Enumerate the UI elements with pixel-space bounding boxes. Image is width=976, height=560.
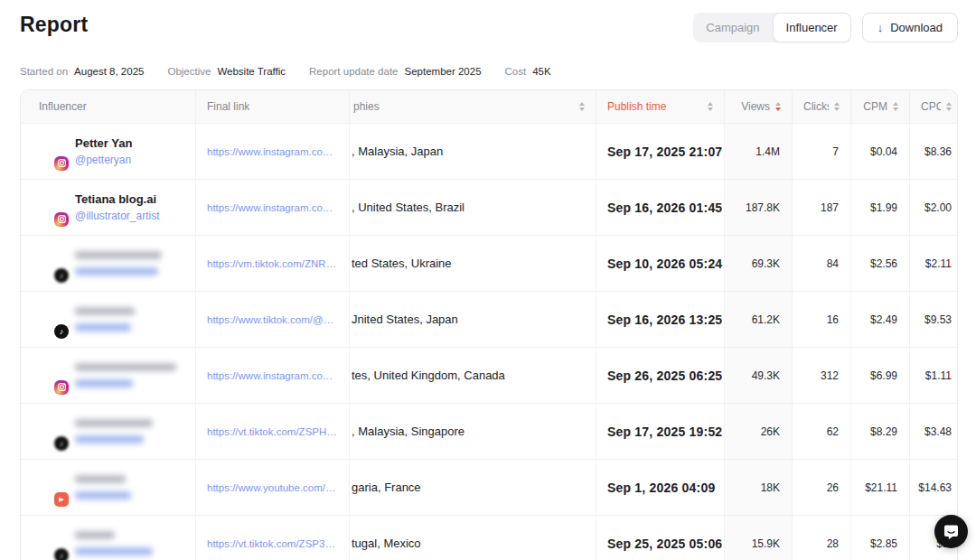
instagram-badge-icon <box>54 212 69 227</box>
influencer-cell: ♪ <box>21 516 195 560</box>
avatar: ♪ <box>32 415 66 449</box>
sort-icon[interactable] <box>893 102 898 111</box>
download-label: Download <box>890 21 943 34</box>
redacted-influencer-name <box>75 363 176 371</box>
final-link[interactable]: https://vm.tiktok.com/ZNRh8... <box>207 258 338 269</box>
final-link-cell: https://www.instagram.com/r... <box>195 180 349 235</box>
tab-influencer[interactable]: Influencer <box>773 13 851 42</box>
geographies-cell: tes, United Kingdom, Canada <box>349 348 596 403</box>
views-cell: 49.3K <box>724 348 792 403</box>
meta-label: Cost <box>505 66 527 77</box>
cpm-cell: $8.29 <box>850 404 909 459</box>
avatar: ♪ <box>32 303 66 337</box>
col-header-cpc[interactable]: CPC <box>909 90 958 123</box>
redacted-influencer-handle <box>75 547 153 555</box>
publish-time-cell: Sep 10, 2026 05:24 <box>596 236 724 291</box>
meta-started-on: Started on Augest 8, 2025 <box>20 66 144 77</box>
table-row: ♪ https://vt.tiktok.com/ZSP3cS1... tugal… <box>21 515 957 560</box>
redacted-influencer-handle <box>75 491 131 499</box>
geographies-cell: , Malaysia, Singapore <box>349 404 596 459</box>
table-row: https://www.instagram.com/p... tes, Unit… <box>21 347 957 403</box>
sort-icon[interactable] <box>708 102 713 111</box>
col-header-final-link[interactable]: Final link <box>195 90 349 123</box>
view-toggle: Campaign Influencer <box>693 13 850 42</box>
cpm-cell: $0.04 <box>850 124 909 179</box>
redacted-influencer-name <box>75 307 135 315</box>
redacted-influencer-name <box>75 531 115 539</box>
avatar <box>32 359 66 393</box>
download-button[interactable]: ↓ Download <box>862 13 958 42</box>
cpm-cell: $2.56 <box>850 236 909 291</box>
geographies-cell: , Malaysia, Japan <box>349 124 596 179</box>
meta-label: Report update date <box>309 66 398 77</box>
meta-value: 45K <box>532 66 550 77</box>
cpc-cell: $9.53 <box>909 292 958 347</box>
tab-campaign[interactable]: Campaign <box>693 13 772 42</box>
final-link-cell: https://www.youtube.com/wa... <box>195 460 349 515</box>
youtube-badge-icon: ▶ <box>54 492 69 507</box>
chat-launcher-button[interactable] <box>934 515 968 548</box>
col-header-influencer[interactable]: Influencer <box>21 90 195 123</box>
clicks-cell: 16 <box>792 292 850 347</box>
avatar <box>32 135 66 169</box>
final-link[interactable]: https://www.youtube.com/wa... <box>207 482 338 493</box>
instagram-badge-icon <box>54 380 69 395</box>
redacted-influencer-handle <box>75 323 131 331</box>
col-header-views[interactable]: Views <box>724 90 792 123</box>
col-header-cpm[interactable]: CPM <box>850 90 909 123</box>
meta-cost: Cost 45K <box>505 66 551 77</box>
final-link[interactable]: https://vt.tiktok.com/ZSP3cS1... <box>207 538 338 549</box>
final-link[interactable]: https://www.tiktok.com/@sid... <box>207 314 338 325</box>
influencer-name: Tetiana blog.ai <box>75 192 160 206</box>
final-link-cell: https://vt.tiktok.com/ZSP3cS1... <box>195 516 349 560</box>
final-link[interactable]: https://www.instagram.com/r... <box>207 202 338 213</box>
influencer-cell <box>21 348 195 403</box>
sort-icon-active-desc[interactable] <box>775 102 781 111</box>
final-link-cell: https://www.instagram.com/p... <box>195 348 349 403</box>
cpc-cell: $3.48 <box>909 404 958 459</box>
geographies-cell: , United States, Brazil <box>349 180 596 235</box>
clicks-cell: 187 <box>792 180 850 235</box>
redacted-influencer-handle <box>75 435 144 443</box>
table-header-row: Influencer Final link phies Publish time… <box>21 90 957 123</box>
final-link[interactable]: https://vt.tiktok.com/ZSPHyW... <box>207 426 338 437</box>
publish-time-cell: Sep 16, 2026 01:45 <box>596 180 724 235</box>
clicks-cell: 62 <box>792 404 850 459</box>
cpm-cell: $6.99 <box>850 348 909 403</box>
col-header-geographies[interactable]: phies <box>349 90 596 123</box>
sort-icon[interactable] <box>946 102 952 111</box>
cpm-cell: $2.85 <box>850 516 909 560</box>
final-link-cell: https://www.tiktok.com/@sid... <box>195 292 349 347</box>
table-row: ♪ https://www.tiktok.com/@sid... Jnited … <box>21 291 957 347</box>
cpm-cell: $2.49 <box>850 292 909 347</box>
avatar: ♪ <box>32 527 66 560</box>
meta-value: Website Traffic <box>217 66 286 77</box>
cpc-cell: $8.36 <box>909 124 958 179</box>
views-cell: 69.3K <box>724 236 792 291</box>
report-meta: Started on Augest 8, 2025 Objective Webs… <box>0 42 976 89</box>
tiktok-badge-icon: ♪ <box>54 324 69 339</box>
final-link[interactable]: https://www.instagram.com/p... <box>207 370 338 381</box>
final-link[interactable]: https://www.instagram.com/r... <box>207 146 338 157</box>
views-cell: 15.9K <box>724 516 792 560</box>
avatar: ♪ <box>32 247 66 281</box>
sort-icon[interactable] <box>834 102 840 111</box>
download-icon: ↓ <box>877 22 884 33</box>
sort-icon[interactable] <box>579 102 585 111</box>
meta-objective: Objective Website Traffic <box>167 66 286 77</box>
col-header-clicks[interactable]: Clicks <box>792 90 850 123</box>
table-row: Tetiana blog.ai @illustrator_artist http… <box>21 179 957 235</box>
table-row: Petter Yan @petteryan https://www.instag… <box>21 123 957 179</box>
col-header-publish-time[interactable]: Publish time <box>596 90 724 123</box>
influencer-handle-link[interactable]: @petteryan <box>75 154 132 166</box>
influencer-cell: Petter Yan @petteryan <box>21 124 195 179</box>
influencer-cell: ♪ <box>21 404 195 459</box>
influencer-cell: Tetiana blog.ai @illustrator_artist <box>21 180 195 235</box>
views-cell: 18K <box>724 460 792 515</box>
tiktok-badge-icon: ♪ <box>54 548 69 560</box>
influencer-handle-link[interactable]: @illustrator_artist <box>75 210 160 222</box>
final-link-cell: https://vt.tiktok.com/ZSPHyW... <box>195 404 349 459</box>
views-cell: 187.8K <box>724 180 792 235</box>
geographies-cell: ted States, Ukraine <box>349 236 596 291</box>
cpc-cell: $2.11 <box>909 236 958 291</box>
